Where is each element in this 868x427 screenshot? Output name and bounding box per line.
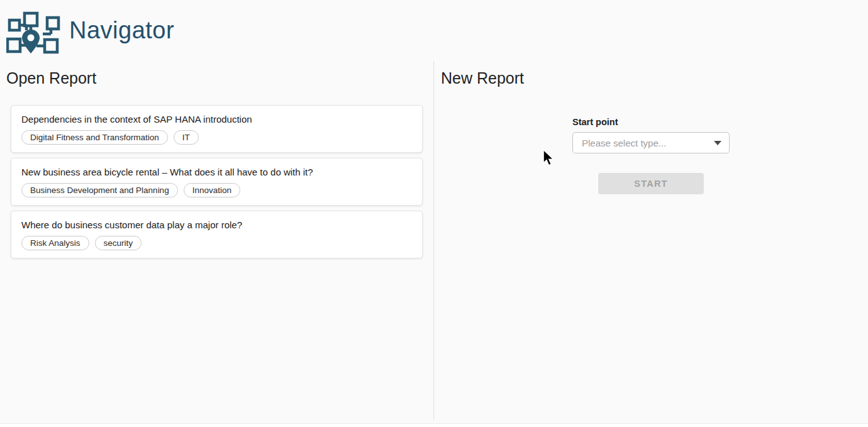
report-tag: security (95, 236, 142, 250)
new-report-panel: New Report Start point Please select typ… (434, 61, 868, 419)
report-tag: Risk Analysis (21, 236, 89, 250)
report-tag-row: Digital Fitness and TransformationIT (21, 130, 412, 145)
report-title: Dependencies in the context of SAP HANA … (21, 114, 412, 125)
start-point-select[interactable]: Please select type... (572, 132, 730, 153)
report-card[interactable]: Dependencies in the context of SAP HANA … (11, 105, 423, 153)
new-report-heading: New Report (441, 69, 868, 87)
report-card[interactable]: New business area bicycle rental – What … (11, 158, 423, 206)
start-point-label: Start point (572, 117, 730, 127)
page-footer-divider (0, 423, 868, 427)
report-list: Dependencies in the context of SAP HANA … (11, 105, 423, 258)
app-title: Navigator (69, 17, 174, 44)
report-title: New business area bicycle rental – What … (21, 167, 412, 177)
report-tag: IT (174, 130, 199, 145)
report-title: Where do business customer data play a m… (21, 219, 412, 230)
open-report-panel: Open Report Dependencies in the context … (0, 61, 434, 419)
start-button[interactable]: START (598, 173, 704, 194)
app-header: Navigator (0, 0, 868, 61)
report-tag: Digital Fitness and Transformation (21, 130, 168, 145)
new-report-form: Start point Please select type... START (572, 117, 730, 194)
select-placeholder-text: Please select type... (582, 138, 714, 148)
report-card[interactable]: Where do business customer data play a m… (11, 211, 423, 258)
main-content: Open Report Dependencies in the context … (0, 61, 868, 419)
report-tag-row: Risk Analysissecurity (21, 236, 412, 250)
network-map-pin-icon (6, 9, 60, 55)
open-report-heading: Open Report (6, 69, 433, 87)
report-tag-row: Business Development and PlanningInnovat… (21, 183, 412, 197)
chevron-down-icon (714, 141, 721, 145)
report-tag: Business Development and Planning (21, 183, 178, 197)
report-tag: Innovation (184, 183, 240, 197)
